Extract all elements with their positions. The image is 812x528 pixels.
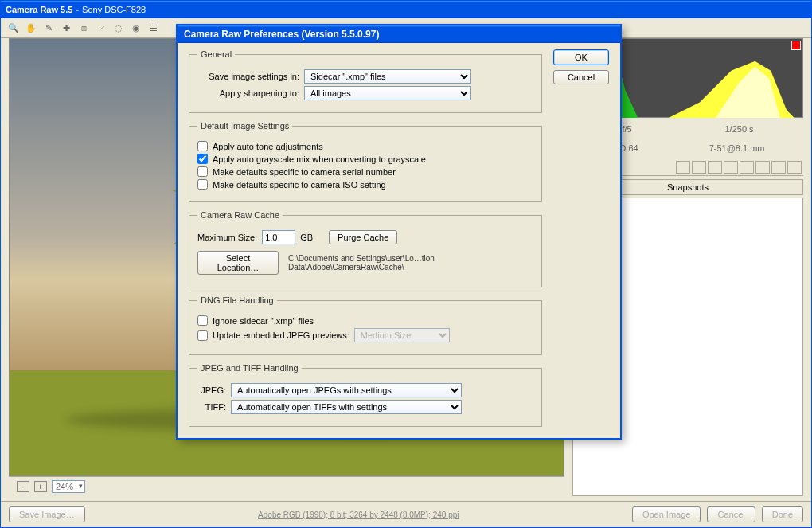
dng-group: DNG File Handling Ignore sidecar ".xmp" …: [189, 295, 542, 355]
cache-legend: Camera Raw Cache: [197, 210, 283, 220]
retouch-icon[interactable]: ◌: [112, 22, 125, 34]
serial-label: Make defaults specific to camera serial …: [213, 167, 396, 177]
auto-tone-label: Apply auto tone adjustments: [213, 142, 323, 151]
defaults-group: Default Image Settings Apply auto tone a…: [189, 121, 542, 202]
auto-grayscale-checkbox[interactable]: [197, 154, 208, 164]
cache-path: C:\Documents and Settings\user\Lo…tion D…: [288, 254, 533, 272]
general-legend: General: [197, 49, 235, 59]
purge-cache-button[interactable]: Purge Cache: [329, 230, 397, 244]
jpeg-tiff-legend: JPEG and TIFF Handling: [197, 363, 302, 373]
panel-tab-icon[interactable]: [692, 161, 706, 174]
jpeg-handling-select[interactable]: Automatically open JPEGs with settings: [231, 383, 462, 397]
update-jpeg-label: Update embedded JPEG previews:: [213, 330, 349, 340]
open-image-button[interactable]: Open Image: [632, 506, 701, 522]
auto-grayscale-label: Apply auto grayscale mix when converting…: [213, 154, 426, 164]
save-image-button[interactable]: Save Image…: [9, 506, 85, 522]
cache-group: Camera Raw Cache Maximum Size: GB Purge …: [189, 210, 542, 287]
panel-tab-icon[interactable]: [740, 161, 754, 174]
max-size-input[interactable]: [262, 230, 295, 244]
panel-tab-icon[interactable]: [787, 161, 802, 174]
save-settings-label: Save image settings in:: [197, 72, 299, 81]
fstop: f/5: [622, 124, 631, 134]
crop-icon[interactable]: ⧈: [77, 22, 90, 34]
tiff-handling-select[interactable]: Automatically open TIFFs with settings: [231, 400, 462, 414]
zoom-in-button[interactable]: +: [34, 481, 47, 492]
ignore-sidecar-checkbox[interactable]: [197, 315, 208, 326]
jpeg-size-select: Medium Size: [354, 328, 450, 342]
shutter: 1/250 s: [724, 124, 753, 134]
dialog-cancel-button[interactable]: Cancel: [553, 70, 609, 84]
panel-tab-icon[interactable]: [708, 161, 722, 174]
defaults-legend: Default Image Settings: [197, 121, 292, 131]
panel-tab-icon[interactable]: [771, 161, 786, 174]
gb-label: GB: [300, 233, 313, 242]
eyedropper-icon[interactable]: ✎: [42, 22, 55, 34]
zoom-select[interactable]: 24%: [52, 480, 85, 493]
status-link[interactable]: Adobe RGB (1998); 8 bit; 3264 by 2448 (8…: [92, 510, 626, 519]
straighten-icon[interactable]: ⟋: [95, 22, 107, 34]
hand-icon[interactable]: ✋: [25, 22, 37, 34]
jpeg-label: JPEG:: [197, 385, 226, 395]
doc-name: Sony DSC-F828: [82, 5, 146, 14]
max-size-label: Maximum Size:: [197, 233, 257, 242]
done-button[interactable]: Done: [762, 506, 803, 522]
app-name: Camera Raw 5.5: [6, 5, 72, 14]
jpeg-tiff-group: JPEG and TIFF Handling JPEG: Automatical…: [189, 363, 542, 427]
zoom-bar: − + 24%: [9, 476, 564, 496]
serial-checkbox[interactable]: [197, 166, 208, 177]
zoom-icon[interactable]: 🔍: [7, 22, 20, 34]
prefs-icon[interactable]: ☰: [147, 22, 160, 34]
ok-button[interactable]: OK: [553, 49, 609, 65]
iso-checkbox[interactable]: [197, 179, 208, 190]
sampler-icon[interactable]: ✚: [60, 22, 72, 34]
clipping-warning-icon[interactable]: [791, 41, 801, 50]
sharpen-label: Apply sharpening to:: [197, 88, 299, 98]
cancel-button[interactable]: Cancel: [707, 506, 755, 522]
auto-tone-checkbox[interactable]: [197, 141, 208, 151]
panel-tab-icon[interactable]: [755, 161, 770, 174]
dng-legend: DNG File Handling: [197, 295, 277, 305]
update-jpeg-checkbox[interactable]: [197, 330, 208, 341]
redeye-icon[interactable]: ◉: [130, 22, 142, 34]
lens: 7-51@8.1 mm: [709, 143, 765, 153]
footer: Save Image… Adobe RGB (1998); 8 bit; 326…: [1, 501, 811, 527]
zoom-out-button[interactable]: −: [17, 481, 29, 492]
ignore-sidecar-label: Ignore sidecar ".xmp" files: [213, 316, 314, 326]
panel-tab-icon[interactable]: [724, 161, 738, 174]
sharpen-select[interactable]: All images: [304, 86, 471, 100]
tiff-label: TIFF:: [197, 402, 226, 412]
panel-tab-icon[interactable]: [676, 161, 690, 174]
titlebar: Camera Raw 5.5 - Sony DSC-F828: [1, 1, 811, 18]
general-group: General Save image settings in: Sidecar …: [189, 49, 542, 113]
select-location-button[interactable]: Select Location…: [197, 251, 279, 275]
iso-label: Make defaults specific to camera ISO set…: [213, 180, 386, 190]
dialog-title: Camera Raw Preferences (Version 5.5.0.97…: [178, 25, 620, 43]
save-settings-select[interactable]: Sidecar ".xmp" files: [304, 69, 471, 84]
preferences-dialog: Camera Raw Preferences (Version 5.5.0.97…: [176, 24, 622, 440]
